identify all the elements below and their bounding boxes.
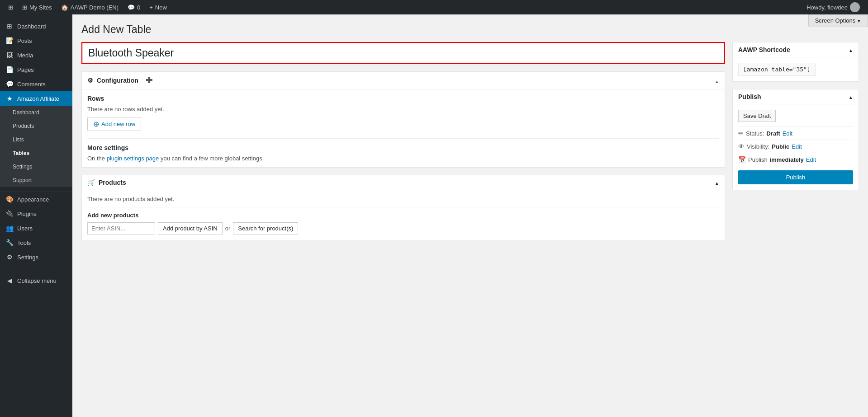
publish-button-label: Publish — [786, 174, 806, 181]
visibility-edit-link[interactable]: Edit — [792, 143, 802, 150]
comments-item[interactable]: 💬 0 — [123, 0, 145, 14]
sidebar-label-collapse: Collapse menu — [17, 277, 57, 284]
publish-toggle-up-icon — [849, 93, 853, 100]
sidebar-item-tools[interactable]: 🔧 Tools — [0, 235, 72, 250]
my-sites-item[interactable]: ⊞ My Sites — [18, 0, 57, 14]
sidebar-item-dashboard[interactable]: ⊞ Dashboard — [0, 19, 72, 33]
posts-icon: 📝 — [5, 37, 14, 44]
sidebar-label-dashboard: Dashboard — [17, 23, 46, 30]
products-heading: Products — [99, 179, 126, 186]
sidebar-label-appearance: Appearance — [17, 196, 49, 203]
sidebar: ⊞ Dashboard 📝 Posts 🖼 Media 📄 Pages 💬 Co… — [0, 14, 72, 417]
sidebar-item-sub-settings[interactable]: Settings — [0, 160, 72, 173]
configuration-postbox-header[interactable]: ⚙ Configuration ✚ — [82, 72, 725, 89]
products-toggle-icon[interactable] — [715, 179, 719, 186]
configuration-toggle-icon[interactable] — [715, 76, 719, 85]
status-label: Status: — [746, 130, 764, 137]
content-sidebar: AAWP Shortcode [amazon table="35"] Publi… — [732, 42, 859, 197]
sidebar-item-comments[interactable]: 💬 Comments — [0, 77, 72, 91]
sites-icon: ⊞ — [22, 4, 27, 11]
more-settings-text-after: you can find a few more global settings. — [161, 155, 264, 162]
add-by-asin-label: Add product by ASIN — [163, 225, 218, 232]
sidebar-item-sub-lists[interactable]: Lists — [0, 133, 72, 146]
asin-input[interactable] — [87, 222, 155, 234]
products-toggle-up-icon — [715, 179, 719, 186]
search-products-button[interactable]: Search for product(s) — [233, 222, 298, 234]
eye-icon: 👁 — [738, 143, 745, 150]
add-row-button[interactable]: ⊕ Add new row — [87, 117, 141, 131]
products-postbox-header[interactable]: 🛒 Products — [82, 175, 725, 190]
shortcode-box-header[interactable]: AAWP Shortcode — [733, 42, 859, 57]
publish-box-header[interactable]: Publish — [733, 89, 859, 104]
screen-options-button[interactable]: Screen Options — [808, 14, 868, 27]
page-title: Add New Table — [81, 23, 859, 36]
sidebar-item-plugins[interactable]: 🔌 Plugins — [0, 206, 72, 221]
howdy-label: Howdy, flowdee — [806, 4, 848, 11]
publish-toggle-icon[interactable] — [849, 93, 853, 100]
sidebar-item-sub-tables[interactable]: Tables — [0, 146, 72, 160]
users-icon: 👥 — [5, 225, 14, 232]
sidebar-item-sub-support[interactable]: Support — [0, 173, 72, 187]
sidebar-label-comments: Comments — [17, 81, 46, 88]
status-edit-link[interactable]: Edit — [783, 130, 792, 137]
visibility-value: Public — [772, 143, 789, 150]
wp-icon: ⊞ — [8, 4, 13, 11]
sidebar-label-pages: Pages — [17, 66, 34, 73]
save-draft-button[interactable]: Save Draft — [738, 110, 776, 122]
shortcode-box-content: [amazon table="35"] — [733, 57, 859, 81]
more-settings-text: On the plugin settings page you can find… — [87, 155, 719, 162]
wp-logo[interactable]: ⊞ — [4, 0, 18, 14]
site-name-item[interactable]: 🏠 AAWP Demo (EN) — [57, 0, 123, 14]
tools-icon: 🔧 — [5, 239, 14, 246]
rows-empty-message: There are no rows added yet. — [87, 106, 719, 112]
or-text: or — [225, 225, 231, 232]
sidebar-label-settings: Settings — [17, 254, 38, 261]
title-input[interactable] — [82, 43, 724, 63]
publish-box-content: Save Draft ✏ Status: Draft Edit 👁 Visibi… — [733, 104, 859, 190]
sub-tables-label: Tables — [13, 150, 29, 156]
sidebar-item-sub-dashboard[interactable]: Dashboard — [0, 106, 72, 119]
shortcode-toggle-up-icon — [849, 46, 853, 53]
sidebar-item-sub-products[interactable]: Products — [0, 119, 72, 133]
add-by-asin-button[interactable]: Add product by ASIN — [158, 222, 223, 234]
publish-button[interactable]: Publish — [738, 170, 853, 184]
publish-time-value: immediately — [770, 156, 804, 163]
new-item[interactable]: + New — [145, 0, 171, 14]
shortcode-toggle-icon[interactable] — [849, 46, 853, 53]
products-postbox: 🛒 Products There are no products added y… — [81, 175, 725, 240]
pencil-icon: ✏ — [738, 130, 744, 137]
configuration-postbox: ⚙ Configuration ✚ Rows There are no rows… — [81, 71, 725, 168]
gear-icon: ⚙ — [87, 77, 93, 84]
status-value: Draft — [766, 130, 780, 137]
sidebar-item-posts[interactable]: 📝 Posts — [0, 33, 72, 48]
publish-heading: Publish — [738, 93, 761, 100]
title-input-wrap — [81, 42, 725, 64]
pages-icon: 📄 — [5, 66, 14, 73]
publish-time-edit-link[interactable]: Edit — [806, 156, 816, 163]
new-icon: + — [149, 4, 153, 11]
sidebar-item-amazon-affiliate[interactable]: ★ Amazon Affiliate — [0, 91, 72, 106]
sidebar-item-settings[interactable]: ⚙ Settings — [0, 250, 72, 264]
save-draft-label: Save Draft — [743, 112, 771, 119]
plugin-settings-link[interactable]: plugin settings page — [107, 155, 159, 162]
add-row-label: Add new row — [101, 121, 135, 127]
add-new-products-label: Add new products — [87, 212, 719, 219]
howdy-item[interactable]: Howdy, flowdee — [802, 0, 864, 14]
visibility-label: Visibility: — [747, 143, 769, 150]
sidebar-item-appearance[interactable]: 🎨 Appearance — [0, 192, 72, 206]
publish-time-row: 📅 Publish immediately Edit — [738, 153, 853, 166]
sub-products-label: Products — [13, 123, 34, 129]
sidebar-label-amazon: Amazon Affiliate — [17, 95, 59, 102]
sidebar-item-pages[interactable]: 📄 Pages — [0, 62, 72, 77]
more-settings-text-before: On the — [87, 155, 105, 162]
main-content: Add New Table ⚙ Configuration ✚ — [72, 14, 868, 417]
amazon-affiliate-icon: ★ — [5, 95, 14, 102]
sidebar-item-collapse[interactable]: ◀ Collapse menu — [0, 273, 72, 288]
sub-settings-label: Settings — [13, 164, 32, 170]
publish-box: Publish Save Draft ✏ Status: Draft — [732, 89, 859, 190]
sidebar-label-plugins: Plugins — [17, 211, 37, 217]
configuration-postbox-content: Rows There are no rows added yet. ⊕ Add … — [82, 89, 725, 167]
sidebar-item-media[interactable]: 🖼 Media — [0, 48, 72, 62]
sidebar-item-users[interactable]: 👥 Users — [0, 221, 72, 235]
more-settings-heading: More settings — [87, 144, 719, 151]
